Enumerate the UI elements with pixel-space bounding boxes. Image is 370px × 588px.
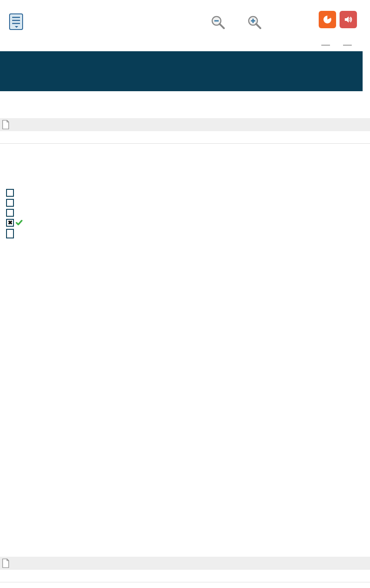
page-icon xyxy=(2,558,10,568)
checkbox[interactable] xyxy=(6,209,14,217)
section-header xyxy=(0,557,370,570)
answer-option xyxy=(6,198,23,207)
toolbar xyxy=(0,0,370,39)
toolbar-center xyxy=(211,15,262,30)
audio-button[interactable] xyxy=(340,11,357,28)
toolbar-left xyxy=(9,13,24,30)
toolbar-right xyxy=(319,11,357,28)
divider xyxy=(0,143,370,144)
checkbox[interactable] xyxy=(6,189,14,197)
answer-option xyxy=(6,228,23,237)
underline-indicator xyxy=(343,45,352,46)
answer-option xyxy=(6,208,23,217)
answer-option xyxy=(6,188,23,197)
underline-indicator xyxy=(321,45,330,46)
answer-options-list xyxy=(6,188,23,237)
page-header-banner xyxy=(0,51,363,91)
chart-button[interactable] xyxy=(319,11,336,28)
divider xyxy=(0,582,370,582)
list-menu-button[interactable] xyxy=(9,13,24,30)
correct-tick-icon xyxy=(16,219,23,226)
checkbox[interactable] xyxy=(6,199,14,207)
answer-option xyxy=(6,218,23,227)
zoom-in-button[interactable] xyxy=(247,15,262,30)
section-header xyxy=(0,118,370,131)
zoom-out-button[interactable] xyxy=(211,15,226,30)
svg-line-6 xyxy=(220,24,224,28)
checkbox[interactable] xyxy=(6,229,14,238)
page-icon xyxy=(2,120,10,129)
checkbox-checked[interactable] xyxy=(6,219,14,227)
svg-line-10 xyxy=(256,24,260,28)
